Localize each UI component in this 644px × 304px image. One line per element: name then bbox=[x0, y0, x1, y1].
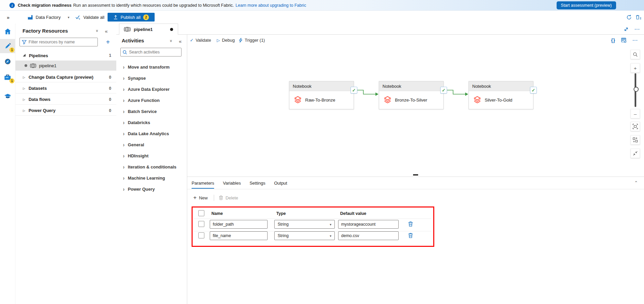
validate-all-button[interactable]: Validate all bbox=[75, 11, 105, 24]
row-checkbox[interactable] bbox=[198, 232, 204, 238]
new-parameter-button[interactable]: + New bbox=[193, 194, 208, 201]
activity-node-raw-to-bronze[interactable]: Notebook Raw-To-Bronze bbox=[289, 81, 354, 109]
tree-item-data-flows[interactable]: ▷ Data flows 0 bbox=[15, 94, 117, 105]
collapse-panel-button[interactable]: ⌃ bbox=[634, 180, 638, 185]
node-name: Bronze-To-Silver bbox=[395, 98, 427, 103]
validate-button[interactable]: ✓ Validate bbox=[190, 35, 211, 46]
category-hdinsight[interactable]: ›HDInsight bbox=[116, 151, 187, 160]
more-tabs-button[interactable]: ··· bbox=[635, 27, 640, 32]
home-icon bbox=[4, 28, 11, 35]
canvas-search-button[interactable] bbox=[631, 50, 640, 59]
zoom-out-button[interactable]: – bbox=[631, 109, 640, 118]
pipeline-canvas[interactable]: Notebook Raw-To-Bronze ✓ Notebook Bronze… bbox=[187, 46, 644, 177]
tab-variables[interactable]: Variables bbox=[223, 177, 241, 189]
activity-node-bronze-to-silver[interactable]: Notebook Bronze-To-Silver bbox=[379, 81, 444, 109]
start-assessment-button[interactable]: Start assessment (preview) bbox=[557, 1, 616, 9]
collapse-panel-icon[interactable]: « bbox=[105, 28, 108, 34]
minimize-canvas-button[interactable] bbox=[631, 149, 640, 158]
zoom-slider-handle[interactable] bbox=[634, 87, 639, 92]
tree-item-datasets[interactable]: ▷ Datasets 0 bbox=[15, 83, 117, 93]
collapse-all-icon[interactable]: » bbox=[169, 40, 174, 42]
category-iteration-conditionals[interactable]: ›Iteration & conditionals bbox=[116, 162, 187, 172]
code-view-button[interactable]: { } bbox=[611, 38, 615, 43]
chevron-right-icon: › bbox=[123, 164, 124, 170]
home-button[interactable] bbox=[0, 24, 15, 38]
tabs-separator bbox=[187, 189, 644, 189]
discard-all-button[interactable] bbox=[635, 11, 641, 24]
param-default-input[interactable] bbox=[338, 220, 399, 229]
expand-canvas-button[interactable] bbox=[624, 27, 629, 32]
activity-node-silver-to-gold[interactable]: Notebook Silver-To-Gold bbox=[469, 81, 533, 109]
column-header-type: Type bbox=[276, 211, 286, 216]
type-value: String bbox=[278, 222, 289, 227]
splitter-handle[interactable] bbox=[413, 174, 418, 176]
category-synapse[interactable]: ›Synapse bbox=[116, 74, 187, 83]
category-machine-learning[interactable]: ›Machine Learning bbox=[116, 174, 187, 183]
category-power-query[interactable]: ›Power Query bbox=[116, 185, 187, 194]
tabbar-actions: ··· bbox=[624, 24, 640, 35]
param-name-input[interactable] bbox=[210, 220, 268, 229]
category-azure-function[interactable]: ›Azure Function bbox=[116, 96, 187, 105]
pipeline-icon bbox=[30, 64, 36, 68]
delete-parameter-button[interactable]: Delete bbox=[219, 195, 238, 200]
zoom-in-button[interactable]: + bbox=[631, 63, 640, 73]
delete-row-button[interactable] bbox=[408, 233, 413, 238]
pipeline-toolbar-right: { } ··· bbox=[611, 35, 638, 46]
more-actions-button[interactable]: ··· bbox=[633, 38, 638, 43]
lightning-icon bbox=[239, 38, 243, 43]
auto-align-button[interactable] bbox=[631, 135, 640, 145]
param-default-input[interactable] bbox=[338, 231, 399, 240]
learn-more-link[interactable]: Learn more about upgrading to Fabric bbox=[236, 3, 306, 8]
param-type-select[interactable]: String ▾ bbox=[274, 220, 335, 229]
add-resource-button[interactable]: + bbox=[104, 38, 112, 46]
collapse-panel-icon[interactable]: « bbox=[179, 38, 182, 44]
tree-item-change-data-capture[interactable]: ▷ Change Data Capture (preview) 0 bbox=[15, 72, 117, 82]
refresh-button[interactable] bbox=[626, 11, 632, 24]
delete-row-button[interactable] bbox=[408, 221, 413, 227]
factory-selector[interactable]: Data Factory ▾ bbox=[28, 11, 69, 24]
search-activities-input[interactable] bbox=[129, 50, 179, 54]
node-type-label: Notebook bbox=[379, 81, 443, 91]
tab-output[interactable]: Output bbox=[274, 177, 287, 189]
tree-item-pipelines[interactable]: Pipelines 1 bbox=[15, 50, 117, 61]
tree-item-power-query[interactable]: ▷ Power Query 0 bbox=[15, 106, 117, 116]
debug-label: Debug bbox=[222, 38, 235, 43]
chevron-right-icon: › bbox=[123, 108, 124, 115]
category-azure-data-explorer[interactable]: ›Azure Data Explorer bbox=[116, 85, 187, 94]
divider bbox=[214, 195, 214, 201]
param-type-select[interactable]: String ▾ bbox=[274, 231, 335, 240]
trigger-button[interactable]: Trigger (1) bbox=[239, 35, 265, 46]
databricks-notebook-icon bbox=[473, 96, 481, 105]
fit-to-screen-button[interactable] bbox=[631, 122, 640, 131]
pipeline-icon bbox=[124, 27, 131, 32]
param-name-input[interactable] bbox=[210, 231, 268, 240]
category-data-lake-analytics[interactable]: ›Data Lake Analytics bbox=[116, 129, 187, 138]
expand-rail-button[interactable]: » bbox=[7, 11, 9, 24]
configuration-panel: Parameters Variables Settings Output ⌃ +… bbox=[187, 177, 644, 304]
chevron-right-icon: › bbox=[123, 97, 124, 104]
databricks-notebook-icon bbox=[384, 96, 392, 105]
author-button[interactable]: 1 bbox=[0, 39, 15, 53]
migration-banner: i Check migration readiness Run an asses… bbox=[0, 0, 644, 11]
debug-button[interactable]: ▷ Debug bbox=[217, 35, 235, 46]
category-move-and-transform[interactable]: ›Move and transform bbox=[116, 63, 187, 72]
tab-parameters[interactable]: Parameters bbox=[192, 177, 214, 189]
refresh-icon bbox=[626, 14, 632, 20]
tab-settings[interactable]: Settings bbox=[249, 177, 265, 189]
collapse-all-icon[interactable]: » bbox=[95, 30, 100, 32]
manage-button[interactable]: 1 bbox=[0, 70, 15, 84]
publish-all-button[interactable]: Publish all 2 bbox=[108, 13, 155, 22]
tree-item-pipeline1[interactable]: pipeline1 bbox=[15, 61, 117, 71]
select-all-checkbox[interactable] bbox=[198, 210, 204, 216]
filter-input[interactable] bbox=[29, 40, 95, 44]
node-type-label: Notebook bbox=[289, 81, 354, 91]
category-general[interactable]: ›General bbox=[116, 140, 187, 149]
learning-center-button[interactable] bbox=[0, 89, 15, 104]
tab-pipeline1[interactable]: pipeline1 bbox=[119, 24, 178, 35]
category-databricks[interactable]: ›Databricks bbox=[116, 118, 187, 127]
row-checkbox[interactable] bbox=[198, 221, 204, 227]
monitor-button[interactable] bbox=[0, 54, 15, 69]
category-batch-service[interactable]: ›Batch Service bbox=[116, 107, 187, 116]
chevron-down-icon: ▾ bbox=[68, 15, 69, 19]
properties-button[interactable] bbox=[621, 38, 627, 43]
